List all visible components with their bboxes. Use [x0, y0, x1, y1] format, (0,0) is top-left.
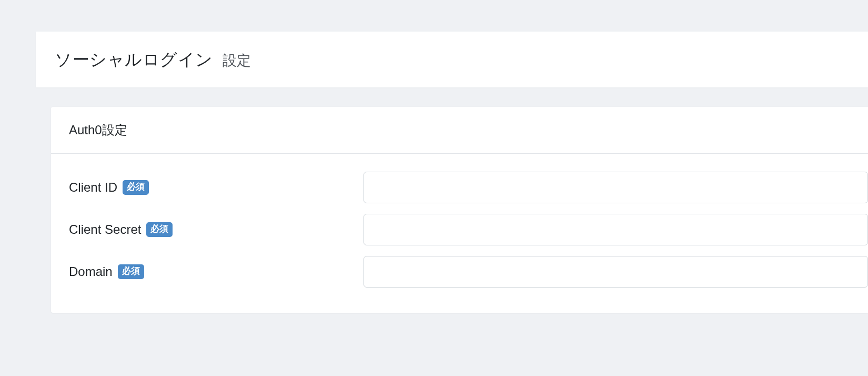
form-body: Client ID 必須 Client Secret 必須 Domain 必須 — [51, 154, 868, 313]
input-cell — [364, 214, 868, 245]
input-cell — [364, 256, 868, 288]
page-header-card: ソーシャルログイン 設定 — [36, 32, 868, 87]
label-cell: Domain 必須 — [69, 264, 364, 279]
form-row-client-id: Client ID 必須 — [69, 172, 868, 203]
required-badge: 必須 — [146, 222, 173, 236]
required-badge: 必須 — [123, 180, 149, 194]
client-id-input[interactable] — [364, 172, 868, 203]
auth0-settings-card: Auth0設定 Client ID 必須 Client Secret 必須 Do… — [51, 107, 868, 313]
required-badge: 必須 — [118, 264, 144, 279]
form-row-client-secret: Client Secret 必須 — [69, 214, 868, 245]
page-title: ソーシャルログイン 設定 — [55, 48, 849, 72]
client-secret-label: Client Secret — [69, 222, 141, 237]
section-title: Auth0設定 — [69, 122, 850, 138]
page-title-main: ソーシャルログイン — [55, 48, 213, 72]
label-cell: Client Secret 必須 — [69, 222, 364, 237]
client-secret-input[interactable] — [364, 214, 868, 245]
page-title-sub: 設定 — [223, 51, 251, 70]
card-header: Auth0設定 — [51, 107, 868, 154]
domain-label: Domain — [69, 264, 113, 279]
input-cell — [364, 172, 868, 203]
client-id-label: Client ID — [69, 180, 117, 195]
label-cell: Client ID 必須 — [69, 180, 364, 195]
domain-input[interactable] — [364, 256, 868, 288]
form-row-domain: Domain 必須 — [69, 256, 868, 288]
